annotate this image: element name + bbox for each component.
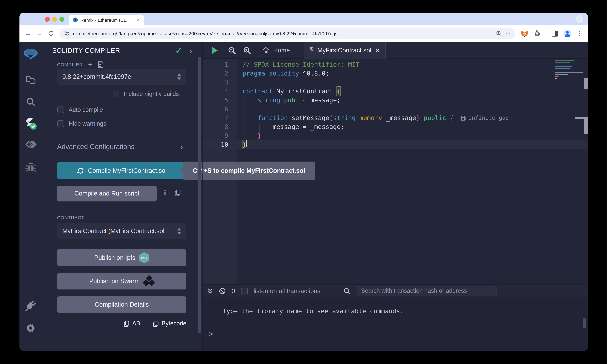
terminal-output[interactable]: Type the library name to see available c… [203, 297, 588, 351]
tab-myfirstcontract[interactable]: MyFirstContract.sol ✕ [304, 42, 386, 59]
tooltip-text: Ctrl+S to compile MyFirstContract.sol [193, 167, 305, 174]
terminal-scrollbar[interactable] [583, 318, 586, 328]
code-line[interactable]: 1// SPDX-License-Identifier: MIT [203, 60, 588, 69]
include-nightly-label: Include nightly builds [124, 91, 179, 98]
code-line[interactable]: 7 function setMessage(string memory _mes… [203, 113, 588, 122]
advanced-configurations-label[interactable]: Advanced Configurations [57, 143, 134, 151]
copy-abi-button[interactable]: ABI [124, 320, 142, 327]
compiler-version-select[interactable]: 0.8.22+commit.4fc1097e [57, 69, 186, 85]
line-number: 5 [203, 96, 237, 104]
bytecode-label: Bytecode [162, 320, 186, 327]
compiler-version-value: 0.8.22+commit.4fc1097e [62, 73, 177, 80]
browser-tabstrip: Remix - Ethereum IDE ✕ + ⌄ [19, 13, 588, 25]
side-panel-icon[interactable] [552, 30, 558, 37]
compilation-details-button[interactable]: Compilation Details [57, 296, 186, 313]
code-line[interactable]: 8 message = _message; [203, 122, 588, 131]
traffic-zoom-button[interactable] [59, 17, 64, 22]
include-nightly-checkbox[interactable] [113, 91, 119, 97]
copy-bytecode-button[interactable]: Bytecode [153, 320, 186, 327]
file-explorer-icon[interactable] [25, 75, 36, 85]
publish-swarm-button[interactable]: Publish on Swarm [57, 273, 186, 289]
settings-gear-icon[interactable] [25, 323, 36, 334]
panel-chevron-right-icon[interactable]: › [189, 46, 192, 55]
license-file-icon[interactable] [98, 61, 104, 68]
browser-window: Remix - Ethereum IDE ✕ + ⌄ ← → remix.eth… [19, 13, 588, 351]
plugin-manager-plug-icon[interactable] [25, 300, 36, 312]
code-line[interactable]: 3 [203, 78, 588, 87]
extensions-puzzle-icon[interactable] [534, 30, 541, 37]
compile-button[interactable]: Compile MyFirstContract.sol [57, 162, 186, 179]
file-tab-close-icon[interactable]: ✕ [375, 47, 380, 54]
copy-script-icon[interactable] [174, 189, 181, 196]
traffic-minimize-button[interactable] [52, 17, 57, 22]
zoom-out-icon[interactable] [228, 46, 236, 55]
copy-icon [153, 320, 159, 327]
swarm-icon [144, 276, 154, 286]
menu-kebab-icon[interactable]: ⋮ [577, 30, 583, 37]
line-number: 6 [203, 104, 237, 113]
tab-search-chevron-icon[interactable]: ⌄ [576, 15, 583, 23]
browser-tab[interactable]: Remix - Ethereum IDE ✕ [69, 15, 144, 25]
tab-home[interactable]: Home [259, 42, 293, 59]
publish-ipfs-button[interactable]: Publish on Ipfs IPFS [57, 249, 186, 266]
line-number: 2 [203, 69, 237, 78]
minimap-slider[interactable] [584, 117, 588, 134]
toolbar-divider [546, 30, 546, 37]
line-number: 3 [203, 78, 237, 87]
terminal-search-input[interactable] [357, 286, 497, 296]
url-text[interactable]: remix.ethereum.org/#lang=en&optimize=fal… [73, 31, 492, 36]
new-tab-button[interactable]: + [150, 15, 154, 23]
solidity-compiler-icon[interactable] [24, 117, 37, 130]
publish-ipfs-label: Publish on Ipfs [94, 254, 135, 261]
code-line[interactable]: 10} [203, 140, 588, 149]
terminal-prompt: > [209, 330, 213, 338]
contract-select[interactable]: MyFirstContract (MyFirstContract.sol [57, 223, 186, 239]
info-icon[interactable]: i [164, 189, 166, 197]
clear-console-icon[interactable] [219, 288, 226, 294]
code-line[interactable]: 5 string public message; [203, 96, 588, 104]
abi-label: ABI [132, 320, 142, 327]
advanced-chevron-icon[interactable]: › [180, 143, 183, 151]
back-icon[interactable]: ← [25, 30, 31, 37]
select-arrows-icon [177, 73, 181, 80]
gas-pump-icon [461, 115, 466, 120]
code-line[interactable]: 4contract MyFirstContract { [203, 87, 588, 96]
browser-toolbar: ← → remix.ethereum.org/#lang=en&optimize… [19, 25, 588, 42]
add-compiler-icon[interactable]: + [88, 60, 92, 69]
editor-column: Home MyFirstContract.sol ✕ 1// SPDX-Lice… [203, 42, 588, 351]
traffic-close-button[interactable] [45, 17, 50, 22]
line-number: 4 [203, 87, 237, 96]
reload-icon[interactable] [48, 30, 54, 37]
deploy-run-icon[interactable] [25, 141, 37, 150]
publish-swarm-label: Publish on Swarm [89, 278, 140, 285]
site-settings-icon[interactable] [64, 31, 70, 36]
minimap[interactable] [555, 60, 584, 80]
auto-compile-checkbox[interactable] [57, 106, 64, 113]
collapse-terminal-icon[interactable] [207, 288, 213, 294]
code-line[interactable]: 6 [203, 104, 588, 113]
url-bar[interactable]: remix.ethereum.org/#lang=en&optimize=fal… [59, 28, 515, 39]
debugger-bug-icon[interactable] [25, 162, 36, 173]
editor-scrollbar-thumb[interactable] [584, 78, 588, 89]
zoom-in-icon[interactable] [243, 46, 251, 55]
select-arrows-icon [177, 228, 181, 234]
hide-warnings-checkbox[interactable] [57, 120, 64, 127]
zoom-page-icon[interactable] [496, 30, 502, 37]
tab-close-icon[interactable]: ✕ [137, 17, 140, 22]
run-script-play-icon[interactable] [212, 47, 218, 54]
forward-icon[interactable]: → [36, 30, 42, 37]
line-number: 8 [203, 122, 237, 131]
remix-logo-icon[interactable] [23, 48, 38, 61]
search-icon[interactable] [25, 97, 36, 107]
solidity-compiler-panel: SOLIDITY COMPILER ✓ › COMPILER + 0.8.22+… [42, 42, 203, 351]
profile-avatar[interactable] [564, 29, 571, 38]
bookmark-star-icon[interactable]: ☆ [505, 30, 511, 37]
indent-guide [244, 97, 244, 142]
panel-scrollbar[interactable] [198, 57, 201, 333]
code-line[interactable]: 2pragma solidity ^0.8.0; [203, 69, 588, 78]
metamask-extension-icon[interactable] [521, 30, 528, 37]
listen-transactions-checkbox[interactable] [241, 288, 248, 294]
contract-select-value: MyFirstContract (MyFirstContract.sol [62, 228, 177, 235]
compile-and-run-button[interactable]: Compile and Run script [57, 186, 157, 201]
code-line[interactable]: 9 } [203, 131, 588, 140]
